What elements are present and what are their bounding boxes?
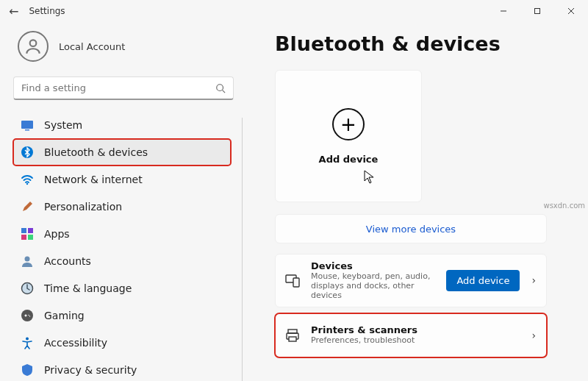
close-button[interactable]: [554, 0, 588, 22]
svg-point-5: [217, 84, 223, 90]
svg-rect-7: [21, 121, 33, 129]
svg-rect-22: [288, 330, 297, 333]
page-title: Bluetooth & devices: [275, 32, 562, 55]
svg-point-19: [26, 338, 29, 341]
nav-item-system[interactable]: System: [13, 112, 231, 138]
nav-label: Bluetooth & devices: [44, 146, 148, 158]
nav-label: System: [44, 119, 82, 131]
svg-rect-11: [21, 228, 26, 233]
svg-rect-21: [293, 278, 299, 287]
devices-title: Devices: [311, 260, 436, 271]
svg-point-15: [25, 257, 30, 262]
window-title: Settings: [29, 6, 65, 16]
gaming-icon: [21, 309, 34, 322]
chevron-right-icon: ›: [530, 274, 537, 286]
nav-item-bluetooth[interactable]: Bluetooth & devices: [13, 139, 231, 165]
avatar-icon: [18, 31, 49, 62]
nav-item-network[interactable]: Network & internet: [13, 166, 231, 193]
nav-label: Gaming: [44, 310, 85, 321]
add-device-button[interactable]: Add device: [446, 270, 520, 291]
search-box[interactable]: [13, 76, 234, 100]
watermark: wsxdn.com: [543, 202, 585, 210]
printer-icon: [284, 327, 301, 343]
bluetooth-icon: [21, 146, 34, 159]
svg-point-17: [22, 283, 33, 294]
nav-item-accessibility[interactable]: Accessibility: [13, 330, 231, 356]
printers-subtitle: Preferences, troubleshoot: [311, 335, 520, 345]
printers-row[interactable]: Printers & scanners Preferences, trouble…: [275, 313, 547, 357]
nav-list: System Bluetooth & devices Network & int…: [13, 112, 238, 381]
svg-rect-13: [21, 235, 26, 240]
shield-icon: [21, 363, 34, 377]
user-profile[interactable]: Local Account: [18, 31, 238, 62]
search-input[interactable]: [21, 82, 215, 93]
nav-label: Time & language: [44, 282, 132, 294]
nav-item-privacy[interactable]: Privacy & security: [13, 357, 231, 381]
person-icon: [21, 254, 34, 268]
devices-icon: [284, 272, 301, 288]
nav-label: Apps: [44, 228, 70, 240]
cursor-icon: [364, 170, 376, 185]
svg-rect-24: [289, 337, 296, 341]
back-button[interactable]: ←: [9, 4, 18, 18]
user-name: Local Account: [59, 41, 125, 52]
nav-label: Network & internet: [44, 174, 143, 185]
svg-point-10: [26, 183, 28, 185]
nav-label: Privacy & security: [44, 364, 137, 376]
nav-label: Accounts: [44, 255, 91, 267]
view-more-devices-link[interactable]: View more devices: [275, 214, 547, 243]
nav-label: Personalization: [44, 201, 122, 213]
wifi-icon: [21, 173, 34, 186]
clock-icon: [21, 282, 34, 295]
nav-item-accounts[interactable]: Accounts: [13, 248, 231, 274]
chevron-right-icon: ›: [530, 330, 537, 341]
svg-point-4: [30, 40, 37, 46]
nav-label: Accessibility: [44, 337, 107, 349]
sidebar-divider: [242, 118, 243, 381]
add-device-label: Add device: [319, 154, 379, 165]
apps-icon: [21, 227, 34, 241]
sidebar: Local Account System Bluetooth & devices…: [0, 22, 243, 381]
devices-row[interactable]: Devices Mouse, keyboard, pen, audio, dis…: [275, 254, 547, 307]
system-icon: [21, 118, 34, 132]
nav-item-personalization[interactable]: Personalization: [13, 193, 231, 220]
svg-rect-12: [28, 228, 33, 233]
devices-subtitle: Mouse, keyboard, pen, audio, displays an…: [311, 271, 436, 301]
brush-icon: [21, 200, 34, 213]
nav-item-time[interactable]: Time & language: [13, 275, 231, 302]
minimize-button[interactable]: [487, 0, 520, 22]
add-device-card[interactable]: + Add device: [275, 70, 422, 202]
main-content: Bluetooth & devices + Add device View mo…: [243, 22, 588, 381]
printers-title: Printers & scanners: [311, 324, 520, 335]
search-icon: [215, 83, 226, 93]
svg-point-18: [21, 310, 33, 321]
svg-rect-1: [535, 9, 540, 14]
maximize-button[interactable]: [520, 0, 554, 22]
plus-icon: +: [332, 108, 365, 140]
svg-rect-14: [28, 235, 33, 240]
titlebar: ← Settings: [0, 0, 588, 22]
view-more-label: View more devices: [366, 224, 456, 235]
nav-item-apps[interactable]: Apps: [13, 221, 231, 247]
svg-line-6: [223, 90, 226, 93]
nav-item-gaming[interactable]: Gaming: [13, 302, 231, 329]
accessibility-icon: [21, 336, 34, 349]
svg-rect-8: [25, 129, 29, 131]
